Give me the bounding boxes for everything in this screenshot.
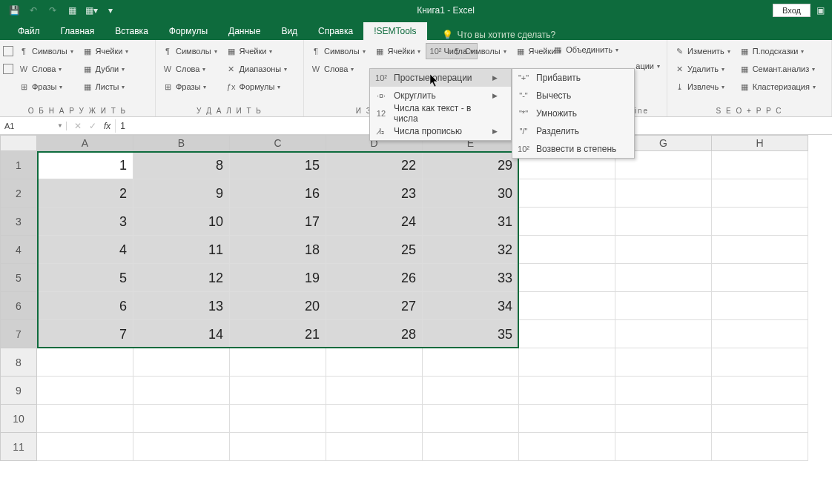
cell-G10[interactable] <box>615 405 712 433</box>
cell-B3[interactable]: 10 <box>133 208 230 236</box>
ribbon-button[interactable]: ▦Семант.анализ <box>736 61 819 77</box>
cell-F4[interactable] <box>519 236 615 264</box>
ribbon-button[interactable]: ¶Символы <box>15 43 77 59</box>
cell-H4[interactable] <box>712 236 808 264</box>
cell-H11[interactable] <box>712 433 808 461</box>
cell-A11[interactable] <box>37 433 133 461</box>
cell-A1[interactable]: 1 <box>37 151 133 179</box>
cell-H2[interactable] <box>712 179 808 208</box>
ribbon-button[interactable]: ▦Ячейки <box>222 43 291 59</box>
name-box[interactable]: A1▼ <box>0 122 67 130</box>
tab-данные[interactable]: Данные <box>218 22 271 40</box>
cell-G5[interactable] <box>615 264 712 292</box>
cell-C6[interactable]: 20 <box>230 292 326 320</box>
cell-E4[interactable]: 32 <box>423 236 519 264</box>
cell-A5[interactable]: 5 <box>37 264 133 292</box>
cell-B5[interactable]: 12 <box>133 264 230 292</box>
cell-G3[interactable] <box>615 208 712 236</box>
merge-button[interactable]: ▦Объединить <box>549 42 622 58</box>
cell-G7[interactable] <box>615 320 712 348</box>
ribbon-button[interactable]: ⤓Извлечь <box>670 79 734 95</box>
cell-D11[interactable] <box>326 433 423 461</box>
ribbon-button[interactable]: ▦П.подсказки <box>736 43 819 59</box>
cell-A7[interactable]: 7 <box>37 320 133 348</box>
ribbon-button[interactable]: ƒxФормулы <box>222 79 291 95</box>
cell-H10[interactable] <box>712 405 808 433</box>
ribbon-button[interactable]: ▦Кластеризация <box>736 79 819 95</box>
cell-F10[interactable] <box>519 405 615 433</box>
cell-A2[interactable]: 2 <box>37 179 133 208</box>
ribbon-button[interactable]: ¶Символы <box>307 43 369 59</box>
cell-E5[interactable]: 33 <box>423 264 519 292</box>
tab-главная[interactable]: Главная <box>50 22 105 40</box>
cell-G2[interactable] <box>615 179 712 208</box>
ribbon-button[interactable]: ✕Удалить <box>670 61 734 77</box>
cell-H5[interactable] <box>712 264 808 292</box>
cell-D3[interactable]: 24 <box>326 208 423 236</box>
cell-B11[interactable] <box>133 433 230 461</box>
cell-D5[interactable]: 26 <box>326 264 423 292</box>
menu-item[interactable]: 10²Возвести в степень <box>512 140 634 158</box>
cell-F8[interactable] <box>519 348 615 377</box>
cell-C8[interactable] <box>230 348 326 377</box>
row-header-7[interactable]: 7 <box>0 320 37 348</box>
col-header-A[interactable]: A <box>37 135 133 151</box>
row-header-5[interactable]: 5 <box>0 264 37 292</box>
cell-C10[interactable] <box>230 405 326 433</box>
ribbon-button[interactable]: WСлова <box>15 61 77 77</box>
cell-F3[interactable] <box>519 208 615 236</box>
row-header-11[interactable]: 11 <box>0 433 37 461</box>
row-header-4[interactable]: 4 <box>0 236 37 264</box>
cell-E9[interactable] <box>423 377 519 405</box>
cell-F2[interactable] <box>519 179 615 208</box>
cell-D8[interactable] <box>326 348 423 377</box>
cell-B7[interactable]: 14 <box>133 320 230 348</box>
tab-формулы[interactable]: Формулы <box>159 22 218 40</box>
menu-item[interactable]: "-"Вычесть <box>512 87 634 105</box>
checkbox[interactable] <box>3 46 13 56</box>
select-all-corner[interactable] <box>0 135 37 151</box>
fx-icon[interactable]: fx <box>104 121 115 131</box>
row-header-9[interactable]: 9 <box>0 377 37 405</box>
cell-E11[interactable] <box>423 433 519 461</box>
tab-справка[interactable]: Справка <box>308 22 363 40</box>
cell-H9[interactable] <box>712 377 808 405</box>
cell-H6[interactable] <box>712 292 808 320</box>
menu-item[interactable]: ·¤·Округлить▶ <box>370 87 511 105</box>
cell-G9[interactable] <box>615 377 712 405</box>
undo-icon[interactable]: ↶ <box>25 2 42 19</box>
cell-C9[interactable] <box>230 377 326 405</box>
cell-B9[interactable] <box>133 377 230 405</box>
ribbon-button[interactable]: ▦Ячейки <box>371 43 425 59</box>
menu-item[interactable]: 12Числа как текст - в числа <box>370 105 511 122</box>
ribbon-display-icon[interactable]: ▣ <box>816 5 825 16</box>
ribbon-button[interactable]: WСлова <box>307 61 369 77</box>
ribbon-button[interactable]: ✕Диапазоны <box>222 61 291 77</box>
cell-B10[interactable] <box>133 405 230 433</box>
cell-D4[interactable]: 25 <box>326 236 423 264</box>
ribbon-button[interactable]: ⊞Фразы <box>159 79 221 95</box>
ribbon-button[interactable]: ▦Ячейки <box>79 43 133 59</box>
row-header-10[interactable]: 10 <box>0 405 37 433</box>
cell-F9[interactable] <box>519 377 615 405</box>
ribbon-button[interactable]: ▦Дубли <box>79 61 133 77</box>
cell-F11[interactable] <box>519 433 615 461</box>
cell-G6[interactable] <box>615 292 712 320</box>
cell-A8[interactable] <box>37 348 133 377</box>
row-header-6[interactable]: 6 <box>0 292 37 320</box>
row-header-8[interactable]: 8 <box>0 348 37 377</box>
login-button[interactable]: Вход <box>773 4 810 17</box>
tab-файл[interactable]: Файл <box>7 22 50 40</box>
cell-D1[interactable]: 22 <box>326 151 423 179</box>
cell-E7[interactable]: 35 <box>423 320 519 348</box>
row-header-2[interactable]: 2 <box>0 179 37 208</box>
ribbon-button[interactable]: ¶Символы <box>448 43 510 59</box>
cell-G8[interactable] <box>615 348 712 377</box>
col-header-C[interactable]: C <box>230 135 326 151</box>
cell-C11[interactable] <box>230 433 326 461</box>
cell-D2[interactable]: 23 <box>326 179 423 208</box>
enter-icon[interactable]: ✓ <box>89 121 96 131</box>
cell-C5[interactable]: 19 <box>230 264 326 292</box>
cell-F5[interactable] <box>519 264 615 292</box>
qat-icon-2[interactable]: ▦▾ <box>83 2 99 19</box>
